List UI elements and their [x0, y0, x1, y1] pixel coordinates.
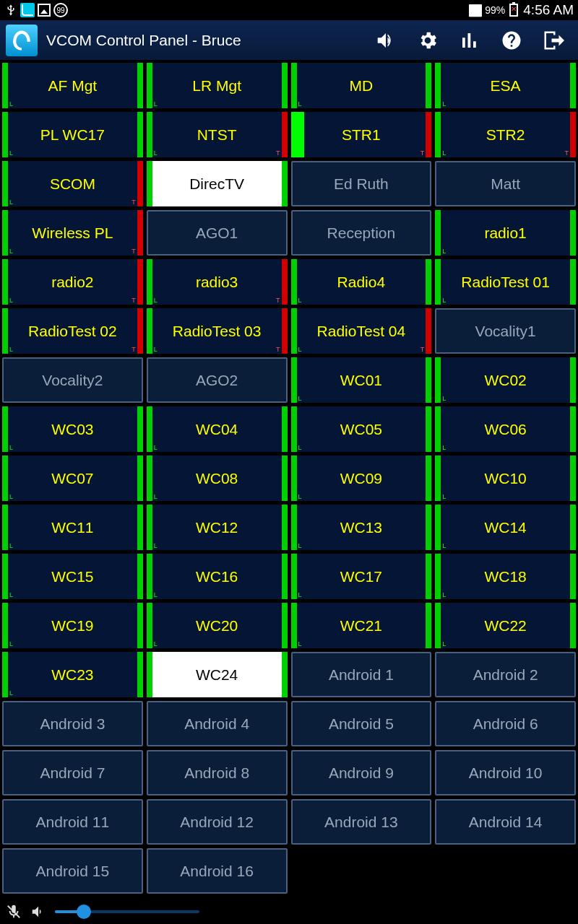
channel-cell[interactable]: PL WC17L [2, 112, 143, 157]
channel-cell[interactable]: Android 14 [435, 799, 576, 845]
channel-label: WC07 [51, 470, 93, 487]
channel-cell[interactable]: Ed Ruth [291, 161, 432, 206]
l-indicator: L [9, 542, 13, 549]
t-indicator: T [276, 149, 280, 157]
channel-cell[interactable]: Android 12 [147, 799, 288, 845]
channel-cell[interactable]: ESAL [435, 63, 576, 108]
l-indicator: L [9, 297, 13, 304]
mic-mute-icon[interactable] [6, 904, 22, 920]
channel-cell[interactable]: WC18L [435, 554, 576, 599]
channel-label: Android 3 [40, 715, 105, 733]
channel-cell[interactable]: WC16L [147, 554, 288, 599]
volume-icon[interactable] [30, 904, 46, 920]
channel-cell[interactable]: WC08L [147, 456, 288, 501]
channel-cell[interactable]: WC20L [147, 603, 288, 648]
channel-cell[interactable]: WC06L [435, 406, 576, 452]
channel-cell[interactable]: Android 16 [147, 848, 288, 894]
channel-cell[interactable]: WC07L [2, 456, 143, 501]
channel-cell[interactable]: AGO1 [147, 210, 288, 256]
channel-label: AF Mgt [48, 77, 98, 95]
channel-label: RadioTest 03 [173, 323, 262, 340]
channel-cell[interactable]: RadioTest 03LT [147, 308, 288, 354]
channel-cell[interactable]: radio2LT [2, 259, 143, 305]
channel-cell[interactable]: Android 10 [435, 750, 576, 796]
l-indicator: L [154, 444, 158, 451]
volume-slider[interactable] [55, 910, 199, 913]
channel-cell[interactable]: SCOMLT [2, 161, 143, 206]
channel-cell[interactable]: WC13L [291, 505, 432, 550]
channel-cell[interactable]: Wireless PLLT [2, 210, 143, 256]
l-indicator: L [154, 297, 158, 304]
channel-cell[interactable]: WC23L [2, 652, 143, 697]
channel-cell[interactable]: Android 1 [291, 652, 432, 697]
channel-cell[interactable]: RadioTest 02LT [2, 308, 143, 354]
channel-label: Wireless PL [32, 225, 113, 242]
channel-cell[interactable]: WC11L [2, 505, 143, 550]
channel-cell[interactable]: Android 6 [435, 701, 576, 746]
channel-cell[interactable]: WC22L [435, 603, 576, 648]
channel-cell[interactable]: DirecTV [147, 161, 288, 206]
channel-cell[interactable]: NTSTLT [147, 112, 288, 157]
app-toolbar: VCOM Control Panel - Bruce [0, 20, 578, 61]
channel-label: WC04 [196, 421, 238, 438]
t-indicator: T [565, 149, 569, 157]
channel-cell[interactable]: Reception [291, 210, 432, 256]
channel-cell[interactable]: radio3LT [147, 259, 288, 305]
channel-cell[interactable]: WC15L [2, 554, 143, 599]
channel-cell[interactable]: STR2LT [435, 112, 576, 157]
channel-cell[interactable]: STR1LT [291, 112, 432, 157]
channel-cell[interactable]: WC10L [435, 456, 576, 501]
settings-button[interactable] [409, 20, 447, 61]
channel-cell[interactable]: WC17L [291, 554, 432, 599]
channel-cell[interactable]: WC05L [291, 406, 432, 452]
channel-cell[interactable]: WC19L [2, 603, 143, 648]
channel-cell[interactable]: RadioTest 04LT [291, 308, 432, 354]
channel-cell[interactable]: LR MgtL [147, 63, 288, 108]
channel-cell[interactable]: WC12L [147, 505, 288, 550]
l-indicator: L [298, 444, 302, 451]
channel-label: Android 12 [180, 814, 254, 831]
channel-label: AGO2 [196, 372, 238, 389]
channel-cell[interactable]: Android 8 [147, 750, 288, 796]
channel-cell[interactable]: Android 13 [291, 799, 432, 845]
channel-cell[interactable]: AGO2 [147, 357, 288, 403]
channel-cell[interactable]: Android 7 [2, 750, 143, 796]
channel-cell[interactable]: WC24 [147, 652, 288, 697]
stats-button[interactable] [451, 20, 488, 61]
channel-cell[interactable]: WC04L [147, 406, 288, 452]
l-indicator: L [9, 248, 13, 255]
channel-label: WC23 [51, 666, 93, 684]
help-button[interactable] [493, 20, 530, 61]
channel-cell[interactable]: radio1L [435, 210, 576, 256]
channel-cell[interactable]: Android 9 [291, 750, 432, 796]
channel-cell[interactable]: Radio4L [291, 259, 432, 305]
channel-cell[interactable]: Android 11 [2, 799, 143, 845]
channel-cell[interactable]: WC01L [291, 357, 432, 403]
exit-button[interactable] [535, 20, 572, 61]
channel-cell[interactable]: Android 15 [2, 848, 143, 894]
channel-label: Android 6 [473, 715, 538, 733]
channel-cell[interactable]: Android 2 [435, 652, 576, 697]
channel-cell[interactable]: Android 5 [291, 701, 432, 746]
channel-label: WC15 [51, 568, 93, 585]
channel-cell[interactable]: Matt [435, 161, 576, 206]
channel-cell[interactable]: RadioTest 01L [435, 259, 576, 305]
channel-cell[interactable]: Android 4 [147, 701, 288, 746]
channel-cell[interactable]: Android 3 [2, 701, 143, 746]
channel-label: Android 11 [36, 814, 110, 831]
channel-label: Android 16 [180, 863, 254, 880]
channel-cell[interactable]: WC09L [291, 456, 432, 501]
channel-cell[interactable]: WC02L [435, 357, 576, 403]
channel-cell[interactable]: Vocality2 [2, 357, 143, 403]
channel-label: WC02 [484, 372, 526, 389]
channel-cell[interactable]: MDL [291, 63, 432, 108]
bottom-bar [0, 899, 578, 924]
channel-cell[interactable]: WC21L [291, 603, 432, 648]
channel-cell[interactable]: Vocality1 [435, 308, 576, 354]
l-indicator: L [442, 493, 446, 500]
picture-icon [38, 4, 51, 17]
channel-cell[interactable]: WC14L [435, 505, 576, 550]
channel-cell[interactable]: WC03L [2, 406, 143, 452]
speaker-button[interactable] [367, 20, 405, 61]
channel-cell[interactable]: AF MgtL [2, 63, 143, 108]
